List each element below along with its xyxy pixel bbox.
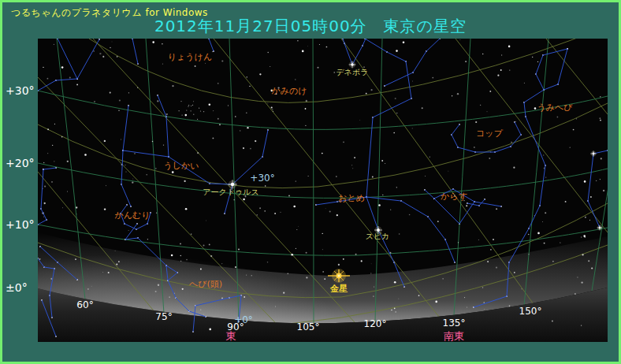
azimuth-label-105: 105° xyxy=(297,321,320,332)
direction-label-east: 東 xyxy=(226,330,236,342)
constellation-label-koppu: コップ xyxy=(476,128,504,139)
azimuth-label-75: 75° xyxy=(155,311,172,322)
azimuth-label-120: 120° xyxy=(364,318,387,329)
star-label-denebola: デネボラ xyxy=(337,68,369,76)
constellation-label-kaminoke: かみのけ xyxy=(271,86,307,96)
constellation-label-otome: おとめ xyxy=(338,193,365,203)
constellation-label-ryoken: りょうけん xyxy=(168,52,212,62)
constellation-label-kanmuri: かんむり xyxy=(114,210,150,221)
grid-label-dec30: +30° xyxy=(250,173,274,184)
altitude-label-30: +30° xyxy=(6,84,35,97)
direction-label-southeast: 南東 xyxy=(444,330,464,342)
constellation-label-umihebi: うみへび xyxy=(537,102,573,113)
sky-chart-canvas[interactable]: りょうけん かみのけ うみへび コップ うしかい おとめ からす かんむり へび… xyxy=(38,39,608,342)
chart-title: 2012年11月27日05時00分 東京の星空 xyxy=(2,16,619,37)
azimuth-label-150: 150° xyxy=(519,306,542,317)
constellation-label-ushikai: うしかい xyxy=(163,161,199,171)
star-label-spica: スピカ xyxy=(366,232,390,240)
altitude-label-10: +10° xyxy=(6,218,35,231)
star-label-arcturus: アークトゥルス xyxy=(203,188,258,196)
constellation-label-hebi-head: へび(頭) xyxy=(189,279,222,289)
altitude-label-0: ±0° xyxy=(6,281,35,294)
planetarium-window: { "window": { "app_title": "つるちゃんのプラネタリウ… xyxy=(0,0,621,364)
planet-label-venus: 金星 xyxy=(329,284,348,294)
azimuth-label-60: 60° xyxy=(76,299,93,310)
azimuth-label-135: 135° xyxy=(443,318,466,329)
constellation-label-karasu: からす xyxy=(441,191,467,202)
altitude-label-20: +20° xyxy=(6,157,35,169)
